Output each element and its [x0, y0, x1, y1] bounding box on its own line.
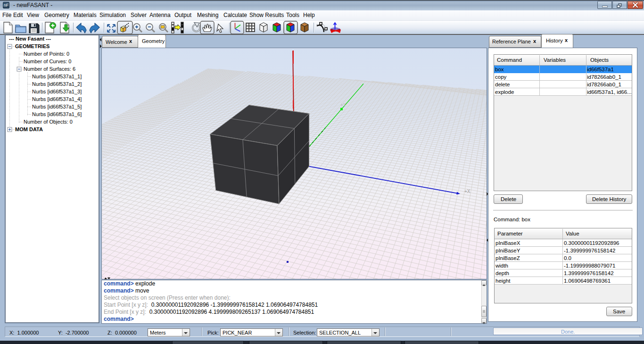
svg-text:+Y: +Y — [340, 102, 347, 108]
svg-text:+X: +X — [464, 189, 471, 194]
